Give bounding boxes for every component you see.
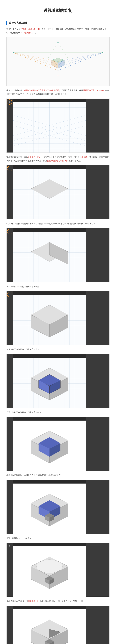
text: ，点击左上角平面切换拉件的下表面，切换至 <box>41 156 80 158</box>
svg-point-17 <box>58 42 58 43</box>
paragraph-4: 然后我们在网格中绘制相应的内容，首先如上图绘制出第一个矩形，让它刚好占据上表面三… <box>6 222 110 226</box>
rectangle-tool-icon[interactable]: □ <box>7 166 12 171</box>
ui-canvas[interactable] <box>13 484 86 534</box>
quote-left-icon: “ <box>39 9 40 13</box>
text: 首先打开 Ai，点击 <box>6 28 22 30</box>
paragraph-2: 接着点击菜单选项：视图>透视网格>三点透视>[三点-正常视图]，得到三点透视网格… <box>6 88 110 96</box>
ui-canvas[interactable] <box>13 420 86 471</box>
icon-glyph: ○ <box>9 544 10 547</box>
cube-inner-svg <box>13 358 86 408</box>
ui-canvas[interactable] <box>13 102 86 152</box>
ui-canvas[interactable] <box>13 609 86 644</box>
svg-rect-19 <box>58 75 58 76</box>
icon-glyph: □ <box>9 167 10 170</box>
ellipse-tool-icon[interactable]: ○ <box>7 544 12 548</box>
keyword: RGB 颜色模式 <box>20 32 33 34</box>
figure-ai-step-7 <box>6 480 110 534</box>
ui-panels <box>86 291 110 345</box>
ui-canvas[interactable] <box>13 232 86 282</box>
perspective-grid-svg <box>6 37 110 86</box>
ui-toolbar <box>6 480 13 534</box>
keyword: 水平网格 <box>80 156 88 158</box>
rectangle-tool-icon[interactable]: □ <box>7 229 12 234</box>
ui-panels <box>86 417 110 471</box>
ui-canvas[interactable] <box>13 546 86 596</box>
figure-ai-step-1: ◈ <box>6 98 110 153</box>
ui-canvas[interactable] <box>13 295 86 345</box>
cube-svg <box>13 232 86 282</box>
paragraph-3: 接着我们放大画面，选择矩形工具（M），点击左上角平面切换拉件的下表面，切换至水平… <box>6 155 110 162</box>
text: 接着我们放大画面，选择 <box>6 156 28 158</box>
cube-quarter-svg <box>13 609 86 644</box>
cube-inner-svg <box>13 420 86 471</box>
keyword: 矩形工具（M） <box>28 156 41 158</box>
figure-ai-step-4: □ <box>6 291 110 345</box>
ui-panels <box>86 543 110 596</box>
section-title: 透视立方体绘制 <box>9 21 110 24</box>
figure-ai-step-3: □ <box>6 228 110 282</box>
svg-line-5 <box>58 52 103 70</box>
keyword: 视图>透视网格>对齐网格 <box>47 160 69 162</box>
keyword: 视图>透视网格>三点透视>[三点-正常视图] <box>24 89 60 92</box>
icon-glyph: ◈ <box>9 100 10 104</box>
figure-ai-step-9 <box>6 606 110 644</box>
ui-panels <box>86 354 110 408</box>
svg-point-57 <box>36 560 62 573</box>
page-container: “ 透视造型的绘制 ” 透视立方体绘制 首先打开 Ai，点击文件 > 新建（Ct… <box>0 0 116 644</box>
perspective-grid-tool-icon[interactable]: ◈ <box>7 100 12 104</box>
quote-right-icon: ” <box>76 9 77 13</box>
paragraph-1: 首先打开 Ai，点击文件 > 新建（Ctrl+N）创建一个大小为 800×600… <box>6 27 110 34</box>
ui-toolbar: □ <box>6 165 13 219</box>
cube-svg <box>13 295 86 345</box>
main-title: 透视造型的绘制 <box>44 8 72 14</box>
cube-small-svg <box>13 484 86 534</box>
icon-glyph: □ <box>9 230 10 233</box>
figure-ai-step-6 <box>6 417 110 471</box>
text: 接着切换至水平网格，用 <box>6 600 28 602</box>
ui-panels <box>86 228 110 282</box>
figure-ai-step-8: ○ <box>6 543 110 597</box>
text: 下。 <box>33 32 37 34</box>
keyword: 椭圆工具（L） <box>28 600 40 602</box>
ui-toolbar: ○ <box>6 543 13 596</box>
figure-ai-step-2: □ <box>6 165 110 219</box>
ui-panels <box>86 480 110 534</box>
text: 处于开启状态。 <box>69 160 82 162</box>
svg-point-15 <box>13 52 14 53</box>
svg-marker-29 <box>50 242 68 265</box>
text: ，得到三点透视网格。并用 <box>60 89 83 92</box>
ui-panels <box>86 606 110 644</box>
section-header: 透视立方体绘制 <box>6 21 110 24</box>
keyword: 透视网格工具（Shift+P） <box>83 89 105 92</box>
paragraph-8: 接着依次切换网格，绘制出立方体内表面的矩形（注意锚点对齐）。 <box>6 474 110 477</box>
paragraph-9: 同理，继续绘制一个小立方体。 <box>6 536 110 540</box>
paragraph-10: 接着切换至水平网格，用椭圆工具（L）以网格原点为圆心，网格间距为半径，绘制一个圆… <box>6 599 110 603</box>
rectangle-tool-icon[interactable]: □ <box>7 292 12 297</box>
icon-glyph: □ <box>9 293 10 296</box>
ui-toolbar: □ <box>6 291 13 345</box>
cube-ellipse-svg <box>13 546 86 596</box>
ui-toolbar <box>6 354 13 408</box>
paragraph-7: 同理，切换至右侧网格，画出相应的内容。 <box>6 410 110 414</box>
text: 以网格原点为圆心，网格间距为半径，绘制一个圆。 <box>40 600 85 602</box>
svg-marker-27 <box>31 179 68 198</box>
ui-canvas[interactable] <box>13 358 86 408</box>
ui-toolbar: ◈ <box>6 99 13 152</box>
title-section: “ 透视造型的绘制 ” <box>6 5 110 17</box>
text: 接着点击菜单选项： <box>6 89 24 92</box>
ui-toolbar: □ <box>6 228 13 282</box>
ui-panels <box>86 165 110 219</box>
svg-point-16 <box>102 52 103 53</box>
ui-toolbar <box>6 606 13 644</box>
ui-panels <box>86 99 110 152</box>
figure-ai-step-5 <box>6 354 110 408</box>
ui-toolbar <box>6 417 13 471</box>
svg-line-1 <box>13 52 58 70</box>
paragraph-5: 接着继续如上图绘制上表面右边的矩形。 <box>6 285 110 288</box>
canvas-grid <box>13 102 86 152</box>
keyword: 文件 > 新建（Ctrl+N） <box>22 28 42 30</box>
figure-perspective-diagram <box>6 37 110 86</box>
paragraph-6: 然后切换至左侧网格，画出相应的内容。 <box>6 348 110 351</box>
ui-canvas[interactable] <box>13 169 86 219</box>
cube-top-face <box>13 169 86 219</box>
